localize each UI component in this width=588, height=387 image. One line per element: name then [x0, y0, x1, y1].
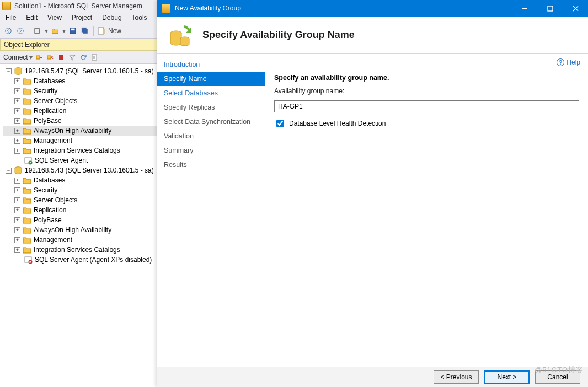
- report-icon[interactable]: [90, 53, 99, 62]
- expand-icon[interactable]: +: [14, 118, 20, 124]
- menu-file[interactable]: File: [6, 14, 16, 22]
- wizard-header-title: Specify Availability Group Name: [202, 29, 355, 41]
- expand-icon[interactable]: +: [14, 98, 20, 104]
- new-project-icon[interactable]: [33, 26, 42, 36]
- tree-label: Security: [34, 86, 57, 96]
- menu-edit[interactable]: Edit: [26, 14, 38, 22]
- svg-rect-18: [548, 6, 553, 11]
- svg-rect-2: [35, 28, 40, 33]
- wizard-footer: < Previous Next > Cancel: [157, 367, 588, 387]
- expand-icon[interactable]: +: [14, 227, 20, 233]
- maximize-button[interactable]: [537, 0, 563, 17]
- expand-icon[interactable]: +: [14, 78, 20, 84]
- wizard-window-title: New Availability Group: [175, 4, 507, 12]
- tree-label: Server Objects: [34, 195, 77, 205]
- tree-label: 192.168.5.43 (SQL Server 13.0.1601.5 - s…: [25, 165, 154, 175]
- group-name-input[interactable]: [274, 100, 579, 112]
- wizard-titlebar[interactable]: New Availability Group: [157, 0, 588, 17]
- tree-label: Databases: [34, 175, 65, 185]
- svg-rect-10: [59, 55, 63, 60]
- expand-icon[interactable]: +: [14, 237, 20, 243]
- menu-view[interactable]: View: [47, 14, 62, 22]
- tree-label: Integration Services Catalogs: [34, 146, 120, 155]
- svg-point-0: [6, 28, 12, 34]
- svg-rect-8: [36, 56, 40, 59]
- nav-fwd-icon[interactable]: [15, 26, 25, 36]
- collapse-icon[interactable]: −: [6, 68, 12, 74]
- svg-rect-7: [98, 28, 104, 34]
- connect-icon[interactable]: [35, 53, 44, 62]
- object-explorer-title: Object Explorer: [4, 41, 50, 49]
- expand-icon[interactable]: +: [14, 197, 20, 203]
- filter-icon[interactable]: [68, 53, 77, 62]
- tree-label: AlwaysOn High Availability: [34, 225, 111, 235]
- watermark: @51CTO博客: [534, 365, 584, 375]
- tree-label: Security: [34, 185, 57, 195]
- expand-icon[interactable]: +: [14, 217, 20, 223]
- save-all-icon[interactable]: [80, 26, 90, 36]
- menu-tools[interactable]: Tools: [132, 14, 147, 22]
- wizard-nav-item[interactable]: Results: [157, 158, 265, 172]
- group-name-label: Availability group name:: [274, 87, 579, 95]
- refresh-icon[interactable]: [79, 53, 88, 62]
- open-icon[interactable]: [50, 26, 60, 36]
- expand-icon[interactable]: +: [14, 128, 20, 134]
- tree-label: Server Objects: [34, 96, 77, 106]
- svg-rect-9: [47, 56, 51, 59]
- svg-rect-6: [83, 29, 88, 34]
- connect-dropdown[interactable]: Connect▾: [3, 53, 33, 61]
- wizard-nav-item[interactable]: Select Data Synchronization: [157, 115, 265, 129]
- ssms-app-icon: [2, 2, 11, 10]
- content-heading: Specify an availability group name.: [274, 74, 579, 82]
- disconnect-icon[interactable]: [46, 53, 55, 62]
- wizard-nav-item[interactable]: Introduction: [157, 57, 265, 72]
- expand-icon[interactable]: +: [14, 187, 20, 194]
- expand-icon[interactable]: +: [14, 148, 20, 154]
- tree-label: Replication: [34, 205, 66, 215]
- wizard-header: Specify Availability Group Name: [157, 17, 588, 54]
- collapse-icon[interactable]: −: [6, 168, 12, 174]
- expand-icon[interactable]: +: [14, 178, 20, 184]
- wizard-nav-item[interactable]: Summary: [157, 143, 265, 158]
- expand-icon[interactable]: +: [14, 108, 20, 114]
- next-button[interactable]: Next >: [484, 370, 530, 384]
- expand-icon[interactable]: +: [14, 247, 20, 253]
- wizard-nav-item[interactable]: Specify Name: [157, 72, 265, 86]
- db-level-health-checkbox-row[interactable]: Database Level Health Detection: [274, 118, 579, 129]
- expand-icon[interactable]: +: [14, 138, 20, 144]
- wizard-content: ? Help Specify an availability group nam…: [265, 54, 588, 367]
- svg-rect-4: [71, 28, 75, 30]
- minimize-button[interactable]: [512, 0, 537, 17]
- wizard-nav-item[interactable]: Specify Replicas: [157, 100, 265, 115]
- new-query-button[interactable]: New: [97, 26, 121, 35]
- database-sync-icon: [167, 22, 194, 49]
- help-link[interactable]: ? Help: [557, 58, 580, 66]
- previous-button[interactable]: < Previous: [434, 370, 479, 384]
- tree-label: SQL Server Agent (Agent XPs disabled): [35, 255, 152, 265]
- wizard-nav-item[interactable]: Validation: [157, 129, 265, 143]
- db-level-health-label: Database Level Health Detection: [289, 120, 386, 127]
- menu-project[interactable]: Project: [72, 14, 92, 22]
- tree-label: SQL Server Agent: [35, 155, 88, 165]
- stop-icon[interactable]: [57, 53, 66, 62]
- availability-group-wizard: New Availability Group Specify Availabil…: [157, 0, 588, 387]
- tree-label: Management: [34, 235, 72, 245]
- wizard-nav-item[interactable]: Select Databases: [157, 86, 265, 100]
- toolbar-separator: [29, 26, 29, 36]
- tree-label: PolyBase: [34, 116, 62, 126]
- expand-icon[interactable]: +: [14, 207, 20, 213]
- save-icon[interactable]: [68, 26, 78, 36]
- expand-icon[interactable]: +: [14, 88, 20, 94]
- tree-label: Management: [34, 136, 72, 146]
- svg-point-1: [18, 28, 24, 34]
- tree-label: AlwaysOn High Availability: [34, 126, 111, 136]
- close-button[interactable]: [563, 0, 588, 17]
- nav-back-icon[interactable]: [3, 26, 13, 36]
- tree-label: PolyBase: [34, 215, 62, 225]
- wizard-nav: IntroductionSpecify NameSelect Databases…: [157, 54, 265, 367]
- ssms-title: Solution1 - Microsoft SQL Server Managem: [14, 2, 142, 10]
- menu-debug[interactable]: Debug: [102, 14, 121, 22]
- tree-label: Databases: [34, 76, 65, 86]
- wizard-app-icon: [162, 4, 170, 13]
- db-level-health-checkbox[interactable]: [276, 120, 284, 127]
